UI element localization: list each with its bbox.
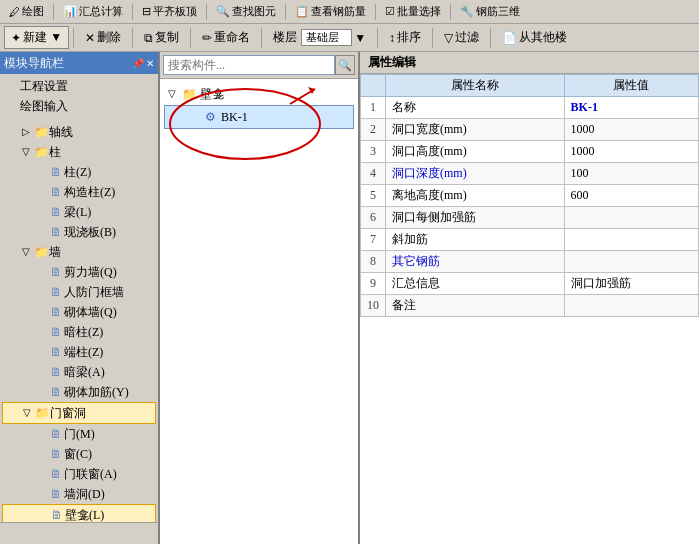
table-row[interactable]: 2 洞口宽度(mm) 1000 — [361, 119, 699, 141]
drawing-label: 绘图输入 — [20, 97, 68, 115]
table-row[interactable]: 1 名称 BK-1 — [361, 97, 699, 119]
toolbar-calc-btn[interactable]: 📊 汇总计算 — [58, 2, 128, 21]
prop-value[interactable]: 1000 — [564, 119, 698, 141]
masonry-label: 砌体墙(Q) — [64, 303, 117, 321]
sep2 — [132, 4, 133, 20]
nav-item-slab[interactable]: 🗎 现浇板(B) — [2, 222, 156, 242]
nav-item-gou-z[interactable]: 🗎 构造柱(Z) — [2, 182, 156, 202]
floor-dropdown[interactable]: 楼层 基础层 ▼ — [266, 26, 373, 49]
sep5 — [375, 4, 376, 20]
search-input[interactable] — [163, 55, 335, 75]
tree-node-bk1[interactable]: ⚙ BK-1 — [164, 105, 354, 129]
prop-name: 汇总信息 — [386, 273, 565, 295]
tb2-sep7 — [490, 28, 491, 48]
row-num: 8 — [361, 251, 386, 273]
sort-button[interactable]: ↕ 排序 — [382, 26, 428, 49]
nav-tree[interactable]: 工程设置 绘图输入 ▷ 📁 轴线 ▽ 📁 柱 — [0, 74, 158, 522]
prop-value[interactable] — [564, 295, 698, 317]
nav-item-column-folder[interactable]: ▽ 📁 柱 — [2, 142, 156, 162]
nav-item-masonry[interactable]: 🗎 砌体墙(Q) — [2, 302, 156, 322]
nav-item-masonry-bar[interactable]: 🗎 砌体加筋(Y) — [2, 382, 156, 402]
floor-select[interactable]: 基础层 — [301, 29, 352, 46]
toolbar-rebar-btn[interactable]: 📋 查看钢筋量 — [290, 2, 371, 21]
prop-value[interactable] — [564, 251, 698, 273]
copy-button[interactable]: ⧉ 复制 — [137, 26, 186, 49]
nav-item-col-z[interactable]: 🗎 柱(Z) — [2, 162, 156, 182]
rebar-icon: 📋 — [295, 5, 309, 18]
table-row[interactable]: 6 洞口每侧加强筋 — [361, 207, 699, 229]
calc-icon: 📊 — [63, 5, 77, 18]
prop-value[interactable]: BK-1 — [564, 97, 698, 119]
nav-item-axes[interactable]: ▷ 📁 轴线 — [2, 122, 156, 142]
table-row[interactable]: 3 洞口高度(mm) 1000 — [361, 141, 699, 163]
niche-folder-label: 壁龛 — [200, 85, 224, 103]
opening-folder-label: 门窗洞 — [50, 404, 86, 422]
filter-button[interactable]: ▽ 过滤 — [437, 26, 486, 49]
door-label: 门(M) — [64, 425, 95, 443]
prop-value[interactable]: 1000 — [564, 141, 698, 163]
new-button[interactable]: ✦ 新建 ▼ — [4, 26, 69, 49]
delete-icon: ✕ — [85, 31, 95, 45]
prop-name: 斜加筋 — [386, 229, 565, 251]
nav-item-drawing[interactable]: 绘图输入 — [2, 96, 156, 116]
nav-item-shear-wall[interactable]: 🗎 剪力墙(Q) — [2, 262, 156, 282]
folder-icon: 📁 — [34, 123, 49, 141]
nav-item-door[interactable]: 🗎 门(M) — [2, 424, 156, 444]
delete-button[interactable]: ✕ 删除 — [78, 26, 128, 49]
nav-item-end-col[interactable]: 🗎 端柱(Z) — [2, 342, 156, 362]
main-area: 模块导航栏 📌 ✕ 工程设置 绘图输入 ▷ 📁 轴线 — [0, 52, 699, 544]
rename-button[interactable]: ✏ 重命名 — [195, 26, 257, 49]
tb2-sep1 — [73, 28, 74, 48]
prop-value[interactable]: 洞口加强筋 — [564, 273, 698, 295]
toolbar-3d-btn[interactable]: 🔧 钢筋三维 — [455, 2, 525, 21]
table-row[interactable]: 4 洞口深度(mm) 100 — [361, 163, 699, 185]
rf-icon: 🗎 — [50, 283, 62, 301]
tree-area[interactable]: ▽ 📁 壁龛 ⚙ BK-1 — [160, 79, 358, 544]
other-icon: 📄 — [502, 31, 517, 45]
col-num-header — [361, 75, 386, 97]
prop-name: 名称 — [386, 97, 565, 119]
row-num: 6 — [361, 207, 386, 229]
prop-value[interactable]: 100 — [564, 163, 698, 185]
prop-value[interactable]: 600 — [564, 185, 698, 207]
pin-icon[interactable]: 📌 — [132, 58, 144, 69]
tree-node-wall-niche-folder[interactable]: ▽ 📁 壁龛 — [164, 83, 354, 105]
toolbar-batch-btn[interactable]: ☑ 批量选择 — [380, 2, 446, 21]
nav-item-door-window[interactable]: 🗎 门联窗(A) — [2, 464, 156, 484]
expand-icon: ▽ — [18, 143, 34, 161]
nav-item-dark-beam[interactable]: 🗎 暗梁(A) — [2, 362, 156, 382]
nav-item-settings[interactable]: 工程设置 — [2, 76, 156, 96]
table-row[interactable]: 5 离地高度(mm) 600 — [361, 185, 699, 207]
table-row[interactable]: 10 备注 — [361, 295, 699, 317]
table-row[interactable]: 9 汇总信息 洞口加强筋 — [361, 273, 699, 295]
nav-item-wall-hole[interactable]: 🗎 墙洞(D) — [2, 484, 156, 504]
row-num: 3 — [361, 141, 386, 163]
row-num: 4 — [361, 163, 386, 185]
search-button[interactable]: 🔍 — [335, 55, 355, 75]
nav-item-beam[interactable]: 🗎 梁(L) — [2, 202, 156, 222]
prop-value[interactable] — [564, 207, 698, 229]
nav-item-window[interactable]: 🗎 窗(C) — [2, 444, 156, 464]
slab-label: 现浇板(B) — [64, 223, 116, 241]
nav-item-rf-wall[interactable]: 🗎 人防门框墙 — [2, 282, 156, 302]
wh-label: 墙洞(D) — [64, 485, 105, 503]
nav-item-wall-folder[interactable]: ▽ 📁 墙 — [2, 242, 156, 262]
floor-arrow: ▼ — [354, 31, 366, 45]
property-table[interactable]: 属性名称 属性值 1 名称 BK-1 2 洞口宽度(mm) 10 — [360, 74, 699, 544]
sep4 — [285, 4, 286, 20]
prop-name: 其它钢筋 — [386, 251, 565, 273]
toolbar-find-btn[interactable]: 🔍 查找图元 — [211, 2, 281, 21]
toolbar-drawing-btn[interactable]: 🖊 绘图 — [4, 2, 49, 21]
prop-name: 洞口深度(mm) — [386, 163, 565, 185]
close-icon[interactable]: ✕ — [146, 58, 154, 69]
nav-item-opening-folder[interactable]: ▽ 📁 门窗洞 — [2, 402, 156, 424]
prop-value[interactable] — [564, 229, 698, 251]
dc-label: 暗柱(Z) — [64, 323, 103, 341]
table-row[interactable]: 8 其它钢筋 — [361, 251, 699, 273]
nav-item-niche[interactable]: 🗎 壁龛(L) — [2, 504, 156, 522]
dw-icon: 🗎 — [50, 465, 62, 483]
toolbar-align-btn[interactable]: ⊟ 平齐板顶 — [137, 2, 202, 21]
nav-item-dark-col[interactable]: 🗎 暗柱(Z) — [2, 322, 156, 342]
table-row[interactable]: 7 斜加筋 — [361, 229, 699, 251]
other-button[interactable]: 📄 从其他楼 — [495, 26, 574, 49]
